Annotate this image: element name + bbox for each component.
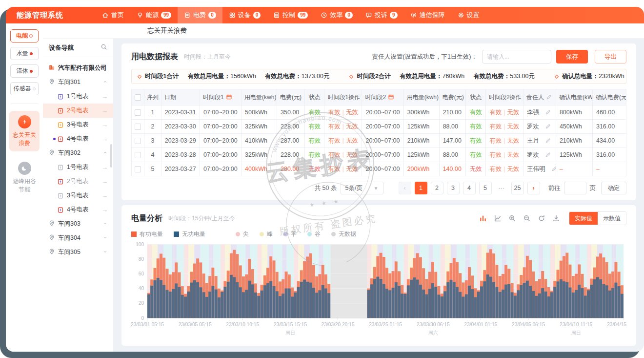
bar-tool-icon[interactable] (479, 214, 487, 222)
confirm-button[interactable]: 确定 (601, 182, 626, 194)
more-pages[interactable]: ··· (495, 182, 508, 194)
set-valid-link[interactable]: 有效 (328, 166, 341, 172)
tree-group-车间305[interactable]: 车间305 (43, 245, 113, 259)
legend-无功电量[interactable]: 无功电量 (174, 230, 205, 238)
set-valid-link[interactable]: 有效 (489, 151, 502, 158)
tree-meter-车间302-4号电表[interactable]: 4号电表→ (43, 203, 113, 217)
prev-page-button[interactable]: ‹ (399, 182, 411, 194)
set-valid-link[interactable]: 有效 (489, 166, 502, 172)
page-button-1[interactable]: 1 (415, 182, 427, 194)
tree-meter-车间301-2号电表[interactable]: 2号电表→ (43, 104, 113, 118)
save-button[interactable]: 保存 (556, 50, 588, 63)
set-valid-link[interactable]: 有效 (328, 137, 341, 144)
nav-item-控制[interactable]: 控制99 (267, 7, 314, 23)
page-button-4[interactable]: 4 (463, 182, 476, 194)
row-checkbox[interactable] (135, 166, 141, 172)
toggle-实际值[interactable]: 实际值 (569, 212, 598, 225)
set-invalid-link[interactable]: 无效 (507, 137, 520, 144)
set-invalid-link[interactable]: 无效 (346, 123, 358, 130)
nav-item-投诉[interactable]: 投诉9 (359, 7, 404, 23)
legend-有功电量[interactable]: 有功电量 (131, 230, 163, 238)
legend-峰[interactable]: 峰 (260, 230, 273, 238)
page-button-25[interactable]: 25 (511, 182, 524, 194)
sidebar-tab-传感器[interactable]: 传感器 (10, 82, 39, 95)
tree-meter-车间301-4号电表[interactable]: 4号电表→ (43, 132, 113, 146)
nav-item-能源[interactable]: 能源99 (130, 7, 178, 23)
tree-group-车间303[interactable]: 车间303 (43, 217, 113, 231)
export-button[interactable]: 导出 (595, 50, 626, 63)
tree-meter-车间301-1号电表[interactable]: 1号电表→ (43, 89, 113, 104)
set-invalid-link[interactable]: 无效 (346, 166, 358, 172)
edit-owner-icon[interactable] (545, 124, 551, 131)
caret-down-icon[interactable] (102, 235, 108, 242)
legend-平[interactable]: 平 (283, 230, 297, 238)
arrow-right-icon[interactable]: → (101, 206, 108, 213)
arrow-right-icon[interactable]: → (101, 135, 108, 143)
set-invalid-link[interactable]: 无效 (507, 166, 520, 172)
set-invalid-link[interactable]: 无效 (346, 137, 358, 144)
zoomin-tool-icon[interactable] (508, 214, 516, 222)
set-invalid-link[interactable]: 无效 (346, 151, 358, 158)
set-invalid-link[interactable]: 无效 (507, 109, 520, 116)
page-size-select[interactable]: 5条/页▼ (341, 182, 383, 194)
set-invalid-link[interactable]: 无效 (507, 151, 520, 158)
select-all-checkbox[interactable] (135, 94, 141, 101)
legend-尖[interactable]: 尖 (236, 230, 249, 238)
arrow-right-icon[interactable]: → (101, 164, 108, 171)
page-button-2[interactable]: 2 (431, 182, 443, 194)
set-valid-link[interactable]: 有效 (328, 123, 341, 130)
nav-item-效率[interactable]: 效率0 (314, 7, 359, 23)
set-valid-link[interactable]: 有效 (328, 109, 341, 116)
sidebar-tab-电能[interactable]: 电能 (10, 29, 39, 42)
edit-owner-icon[interactable] (551, 167, 556, 173)
row-checkbox[interactable] (135, 152, 141, 158)
nav-item-首页[interactable]: 首页 (96, 7, 130, 23)
arrow-right-icon[interactable]: → (101, 93, 108, 100)
sidebar-tab-水量[interactable]: 水量 (10, 47, 39, 60)
nav-item-电费[interactable]: 电费0 (178, 7, 222, 23)
legend-谷[interactable]: 谷 (307, 230, 321, 238)
row-checkbox[interactable] (135, 124, 141, 130)
toggle-示数值[interactable]: 示数值 (598, 212, 626, 225)
goto-page-input[interactable] (564, 182, 586, 194)
set-valid-link[interactable]: 有效 (489, 137, 502, 144)
tree-group-车间301[interactable]: 车间301 (43, 75, 113, 89)
next-page-button[interactable]: › (527, 182, 540, 194)
arrow-right-icon[interactable]: → (101, 121, 108, 128)
tree-meter-车间302-3号电表[interactable]: 3号电表→ (43, 189, 113, 203)
nav-item-设备[interactable]: 设备0 (222, 7, 267, 23)
legend-无数据[interactable]: 无数据 (331, 230, 356, 238)
mode-忘关开关浪费[interactable]: 忘关开关浪费 (9, 111, 40, 151)
row-checkbox[interactable] (135, 109, 141, 116)
tree-meter-车间302-1号电表[interactable]: 1号电表→ (43, 160, 113, 174)
tree-group-车间304[interactable]: 车间304 (43, 231, 113, 245)
caret-down-icon[interactable] (102, 221, 108, 228)
set-invalid-link[interactable]: 无效 (346, 109, 358, 116)
tree-meter-车间301-3号电表[interactable]: 3号电表→ (43, 118, 113, 132)
caret-up-icon[interactable] (102, 150, 108, 157)
page-button-3[interactable]: 3 (447, 182, 460, 194)
edit-owner-icon[interactable] (545, 152, 551, 159)
set-valid-link[interactable]: 有效 (489, 123, 502, 130)
set-valid-link[interactable]: 有效 (489, 109, 502, 116)
set-invalid-link[interactable]: 无效 (507, 123, 520, 130)
row-checkbox[interactable] (135, 138, 141, 144)
page-button-5[interactable]: 5 (479, 182, 492, 194)
arrow-right-icon[interactable]: → (101, 107, 108, 114)
power-analysis-chart[interactable]: 02040608010023/03/01 05:1523/03/05 05:15… (131, 240, 626, 340)
tree-group-车间302[interactable]: 车间302 (43, 146, 113, 160)
tree-company[interactable]: 汽车配件有限公司 (43, 61, 113, 75)
caret-down-icon[interactable] (102, 249, 108, 256)
edit-owner-icon[interactable] (545, 138, 551, 145)
nav-item-通信保障[interactable]: 通信保障 (404, 7, 451, 23)
edit-owner-icon[interactable] (545, 110, 551, 117)
set-valid-link[interactable]: 有效 (328, 151, 341, 158)
search-icon[interactable] (101, 43, 107, 52)
reset-tool-icon[interactable] (538, 214, 545, 222)
download-tool-icon[interactable] (552, 214, 560, 222)
arrow-right-icon[interactable]: → (101, 192, 108, 199)
zoomout-tool-icon[interactable] (523, 214, 531, 222)
caret-up-icon[interactable] (102, 79, 108, 86)
tree-meter-车间302-2号电表[interactable]: 2号电表→ (43, 174, 113, 189)
nav-item-设置[interactable]: 设置 (451, 7, 486, 23)
